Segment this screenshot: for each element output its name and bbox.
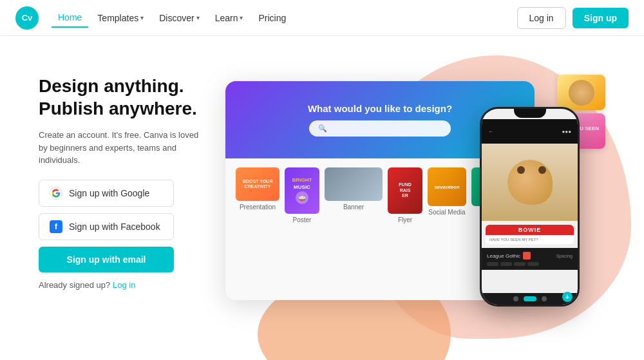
design-search-title: What would you like to design? — [308, 103, 452, 114]
poster-thumbnail: BRIGHT MUSIC 🥁 — [285, 167, 319, 214]
google-signup-button[interactable]: Sign up with Google — [39, 180, 174, 207]
phone-mockup: ← ●●● BOWIE HAVE YOU SEEN MY PET — [480, 107, 580, 307]
nav-learn[interactable]: Learn ▾ — [209, 9, 250, 27]
facebook-signup-button[interactable]: f Sign up with Facebook — [39, 213, 174, 240]
bottom-btn-active[interactable] — [524, 296, 536, 301]
battery-icon: ●●● — [562, 129, 572, 135]
spacing-label: Spacing — [556, 254, 573, 258]
template-flyer[interactable]: FUND RAIS ER Flyer — [388, 167, 422, 223]
chevron-down-icon: ▾ — [240, 14, 243, 21]
hero-left: Design anything. Publish anywhere. Creat… — [39, 68, 206, 290]
phone-toolbar: League Gothic Spacing — [482, 248, 578, 270]
chevron-down-icon: ▾ — [196, 14, 200, 21]
bottom-btn-2[interactable] — [542, 296, 547, 301]
flyer-label: Flyer — [398, 216, 412, 223]
nav-discover[interactable]: Discover ▾ — [153, 9, 205, 27]
nav-home[interactable]: Home — [52, 8, 88, 28]
phone-bottom-bar: + — [482, 293, 578, 305]
social-thumbnail: seventeen — [428, 167, 466, 206]
google-icon — [50, 187, 62, 200]
toolbar-controls-row — [487, 262, 573, 266]
phone-status-bar: ← ●●● — [482, 119, 578, 144]
login-button[interactable]: Log in — [517, 7, 566, 29]
design-search-bar[interactable]: 🔍 — [309, 120, 451, 137]
bowie-content: HAVE YOU SEEN MY PET? — [486, 235, 574, 244]
hero-section: Design anything. Publish anywhere. Creat… — [0, 36, 644, 360]
bowie-card: BOWIE HAVE YOU SEEN MY PET? — [486, 225, 574, 244]
signup-nav-button[interactable]: Sign up — [573, 8, 629, 28]
template-banner[interactable]: Banner — [325, 167, 383, 211]
already-signed-text: Already signed up? Log in — [39, 280, 206, 290]
font-name: League Gothic — [487, 253, 520, 259]
bowie-header: BOWIE — [486, 225, 574, 235]
template-presentation[interactable]: BOOST YOUR CREATIVITY Presentation — [236, 167, 279, 211]
social-label: Social Media — [428, 209, 465, 216]
phone-dog-image — [482, 144, 578, 221]
facebook-signup-label: Sign up with Facebook — [69, 222, 160, 232]
flyer-thumbnail: FUND RAIS ER — [388, 167, 422, 214]
template-poster[interactable]: BRIGHT MUSIC 🥁 Poster — [285, 167, 319, 223]
hero-right: What would you like to design? 🔍 BOOST Y… — [206, 68, 605, 360]
canva-logo[interactable]: Cv — [15, 6, 39, 30]
hero-subtitle: Create an account. It's free. Canva is l… — [39, 129, 206, 167]
phone-notch — [514, 109, 546, 118]
nav-templates[interactable]: Templates ▾ — [91, 9, 150, 27]
template-social[interactable]: seventeen Social Media — [428, 167, 466, 216]
phone-poster-content: BOWIE HAVE YOU SEEN MY PET? — [482, 221, 578, 248]
nav-links: Home Templates ▾ Discover ▾ Learn ▾ Pric… — [52, 8, 517, 28]
phone-time: ← — [488, 129, 493, 135]
color-swatch[interactable] — [523, 252, 531, 260]
phone-screen: ← ●●● BOWIE HAVE YOU SEEN MY PET — [482, 109, 578, 305]
phone-header-icons: ●●● — [562, 129, 572, 135]
presentation-thumbnail: BOOST YOUR CREATIVITY — [236, 167, 279, 201]
phone-action-button[interactable]: + — [562, 292, 573, 302]
navbar: Cv Home Templates ▾ Discover ▾ Learn ▾ P… — [0, 0, 644, 36]
chevron-down-icon: ▾ — [140, 14, 144, 21]
login-link[interactable]: Log in — [113, 280, 135, 290]
email-signup-button[interactable]: Sign up with email — [39, 247, 174, 272]
google-signup-label: Sign up with Google — [69, 188, 149, 198]
facebook-icon: f — [50, 220, 62, 233]
deco-card-yellow — [557, 75, 605, 110]
presentation-label: Presentation — [240, 204, 276, 211]
banner-thumbnail — [325, 167, 383, 201]
bottom-btn-1[interactable] — [513, 296, 518, 301]
banner-label: Banner — [343, 204, 364, 211]
nav-pricing[interactable]: Pricing — [252, 9, 292, 27]
poster-label: Poster — [293, 216, 312, 223]
hero-title: Design anything. Publish anywhere. — [39, 75, 206, 120]
font-row: League Gothic Spacing — [487, 252, 573, 260]
nav-actions: Log in Sign up — [517, 7, 629, 29]
search-icon: 🔍 — [318, 124, 327, 133]
